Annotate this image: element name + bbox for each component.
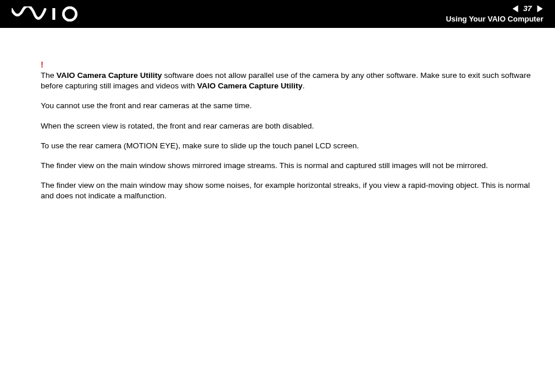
paragraph-1: The VAIO Camera Capture Utility software…	[41, 70, 543, 91]
warning-block: ! The VAIO Camera Capture Utility softwa…	[41, 59, 543, 91]
vaio-logo-svg	[12, 6, 81, 22]
next-page-arrow-icon[interactable]	[535, 5, 543, 13]
p1-text-e: .	[303, 81, 305, 90]
page-content: ! The VAIO Camera Capture Utility softwa…	[0, 28, 555, 223]
vaio-logo	[12, 0, 81, 28]
svg-point-1	[63, 8, 76, 20]
svg-marker-3	[537, 5, 543, 12]
section-title: Using Your VAIO Computer	[446, 14, 543, 24]
svg-marker-2	[513, 5, 518, 12]
paragraph-3: When the screen view is rotated, the fro…	[41, 121, 543, 131]
svg-rect-0	[52, 8, 55, 20]
page-header: 37 Using Your VAIO Computer	[0, 0, 555, 28]
p1-bold-d: VAIO Camera Capture Utility	[197, 81, 303, 90]
header-right: 37 Using Your VAIO Computer	[446, 3, 543, 24]
prev-page-arrow-icon[interactable]	[512, 5, 520, 13]
paragraph-4: To use the rear camera (MOTION EYE), mak…	[41, 141, 543, 151]
p1-bold-b: VAIO Camera Capture Utility	[56, 71, 162, 80]
paragraph-6: The finder view on the main window may s…	[41, 180, 543, 201]
p1-text-a: The	[41, 71, 56, 80]
paragraph-2: You cannot use the front and rear camera…	[41, 101, 543, 111]
warning-icon: !	[41, 59, 543, 70]
page-navigator: 37	[446, 3, 543, 14]
page-number: 37	[524, 3, 532, 14]
paragraph-5: The finder view on the main window shows…	[41, 161, 543, 171]
